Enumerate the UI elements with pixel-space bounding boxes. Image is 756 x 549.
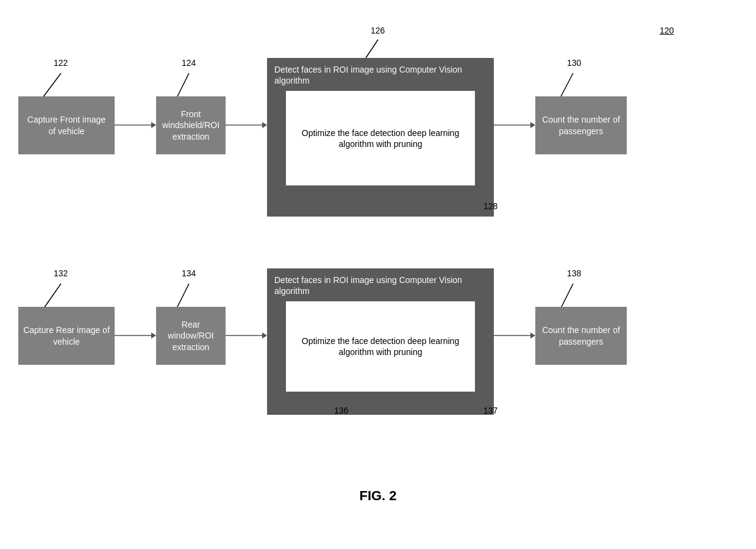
box-rear-window: Rear window/ROI extraction bbox=[156, 307, 226, 365]
box-capture-rear: Capture Rear image of vehicle bbox=[18, 307, 115, 365]
ref-136: 136 bbox=[334, 406, 348, 415]
outer-box-bottom-title: Detect faces in ROI image using Computer… bbox=[274, 274, 487, 296]
ref-124: 124 bbox=[182, 58, 196, 68]
ref-128: 128 bbox=[483, 201, 497, 211]
ref-126: 126 bbox=[371, 26, 385, 35]
inner-box-bottom: Optimize the face detection deep learnin… bbox=[286, 301, 475, 392]
box-count-passengers-top: Count the number of passengers bbox=[535, 96, 627, 154]
box-capture-front: Capture Front image of vehicle bbox=[18, 96, 115, 154]
ref-138: 138 bbox=[567, 268, 581, 278]
svg-marker-3 bbox=[262, 122, 267, 128]
figure-label: FIG. 2 bbox=[305, 488, 451, 504]
outer-box-top: Detect faces in ROI image using Computer… bbox=[267, 58, 494, 217]
inner-box-top: Optimize the face detection deep learnin… bbox=[286, 91, 475, 185]
outer-box-bottom: Detect faces in ROI image using Computer… bbox=[267, 268, 494, 415]
svg-line-17 bbox=[44, 284, 61, 308]
svg-line-21 bbox=[561, 284, 573, 308]
ref-130: 130 bbox=[567, 58, 581, 68]
svg-marker-14 bbox=[262, 332, 267, 339]
box-count-passengers-bottom: Count the number of passengers bbox=[535, 307, 627, 365]
svg-line-7 bbox=[177, 73, 189, 98]
box-front-windshield: Front windshield/ROI extraction bbox=[156, 96, 226, 154]
svg-line-18 bbox=[177, 284, 189, 308]
outer-box-top-title: Detect faces in ROI image using Computer… bbox=[274, 64, 487, 86]
svg-marker-12 bbox=[151, 332, 156, 339]
svg-marker-16 bbox=[530, 332, 535, 339]
svg-line-8 bbox=[366, 40, 378, 58]
ref-137: 137 bbox=[483, 406, 497, 415]
svg-line-6 bbox=[43, 73, 61, 98]
svg-line-10 bbox=[561, 73, 573, 96]
diagram-container: 122 Capture Front image of vehicle 124 F… bbox=[0, 0, 756, 549]
ref-132: 132 bbox=[54, 268, 68, 278]
ref-120: 120 bbox=[660, 26, 674, 35]
ref-134: 134 bbox=[182, 268, 196, 278]
ref-122: 122 bbox=[54, 58, 68, 68]
svg-marker-5 bbox=[530, 122, 535, 128]
svg-marker-1 bbox=[151, 122, 156, 128]
